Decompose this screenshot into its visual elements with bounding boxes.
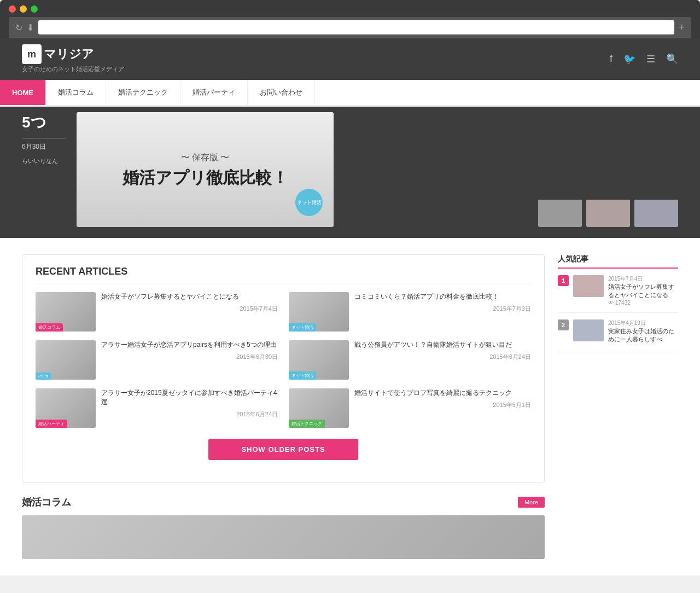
- recent-articles-title: RECENT ARTICLES: [36, 266, 531, 283]
- url-bar[interactable]: [38, 20, 674, 34]
- popular-views: 👁 17432: [608, 300, 678, 306]
- articles-grid: 婚活コラム 婚活女子がソフレ募集するとヤバイことになる 2015年7月4日 ネッ…: [36, 292, 531, 428]
- article-badge-4: ネット婚活: [289, 371, 316, 380]
- article-date: 2015年7月3日: [354, 305, 531, 313]
- article-date: 2015年6月24日: [354, 353, 531, 361]
- site-header: m マリジア 女子のためのネット婚活応援メディア f 🐦 ☰ 🔍: [0, 38, 700, 80]
- article-badge-6: 婚活テクニック: [289, 420, 325, 428]
- popular-thumb-2: [573, 319, 604, 341]
- hero-tag: 5つ: [22, 112, 66, 133]
- nav-item-home[interactable]: HOME: [0, 80, 46, 105]
- sidebar: 人気記事 1 2015年7月4日 婚活女子がソフレ募集するとヤバイことになる 👁…: [558, 254, 678, 559]
- section-preview: [22, 515, 545, 559]
- article-date: 2015年5月1日: [354, 401, 531, 409]
- section-preview-img: [22, 515, 545, 559]
- ad-thumb-3[interactable]: [634, 200, 678, 227]
- nav-item-technique[interactable]: 婚活テクニック: [106, 80, 180, 105]
- article-title: 婚活サイトで使うプロフ写真を綺麗に撮るテクニック: [354, 388, 531, 398]
- browser-chrome: ↻ ⬇ +: [0, 0, 700, 38]
- article-thumb: ネット婚活: [289, 292, 349, 332]
- rss-icon[interactable]: ☰: [646, 53, 655, 65]
- popular-thumb-1: [573, 275, 604, 297]
- article-thumb: 婚活テクニック: [289, 388, 349, 428]
- logo-title: m マリジア: [22, 44, 124, 64]
- article-info: 婚活女子がソフレ募集するとヤバイことになる 2015年7月4日: [101, 292, 278, 313]
- article-item[interactable]: Pairs アラサー婚活女子が恋活アプリpairsを利用すべき5つの理由 201…: [36, 340, 278, 380]
- site-name: マリジア: [44, 46, 94, 62]
- hero-date: 6月30日: [22, 138, 66, 152]
- article-info: コミコミいくら？婚活アプリの料金を徹底比較！ 2015年7月3日: [354, 292, 531, 313]
- twitter-icon[interactable]: 🐦: [623, 53, 635, 65]
- dot-minimize[interactable]: [20, 5, 27, 13]
- logo-letter: m: [27, 49, 36, 60]
- article-info: 婚活サイトで使うプロフ写真を綺麗に撮るテクニック 2015年5月1日: [354, 388, 531, 409]
- content-left: RECENT ARTICLES 婚活コラム 婚活女子がソフレ募集するとヤバイこと…: [22, 254, 545, 559]
- popular-info: 2015年7月4日 婚活女子がソフレ募集するとヤバイことになる 👁 17432: [608, 275, 678, 306]
- logo-icon: m: [22, 44, 42, 64]
- article-thumb: ネット婚活: [289, 340, 349, 380]
- article-title: コミコミいくら？婚活アプリの料金を徹底比較！: [354, 292, 531, 301]
- article-item[interactable]: 婚活コラム 婚活女子がソフレ募集するとヤバイことになる 2015年7月4日: [36, 292, 278, 332]
- facebook-icon[interactable]: f: [610, 53, 612, 65]
- nav-item-column[interactable]: 婚活コラム: [46, 80, 106, 105]
- eye-icon: 👁: [608, 300, 614, 306]
- article-item[interactable]: 婚活テクニック 婚活サイトで使うプロフ写真を綺麗に撮るテクニック 2015年5月…: [289, 388, 531, 428]
- ad-thumb-2[interactable]: [586, 200, 630, 227]
- sidebar-popular: 人気記事 1 2015年7月4日 婚活女子がソフレ募集するとヤバイことになる 👁…: [558, 254, 678, 351]
- article-badge-3: Pairs: [36, 373, 51, 380]
- article-info: アラサー婚活女子が恋活アプリpairsを利用すべき5つの理由 2015年6月30…: [101, 340, 278, 361]
- article-badge-5: 婚活パーティ: [36, 420, 67, 428]
- article-date: 2015年6月24日: [101, 410, 278, 418]
- popular-date: 2015年7月4日: [608, 275, 678, 283]
- article-title: 戦う公務員がアツい！？自衛隊婚活サイトが狙い目だ: [354, 340, 531, 350]
- hero-banner-inner: 〜 保存版 〜 婚活アプリ徹底比較！ ネット婚活: [77, 112, 334, 227]
- konkatsu-section: 婚活コラム More: [22, 496, 545, 559]
- banner-subtitle: 〜 保存版 〜: [181, 152, 230, 164]
- article-item[interactable]: ネット婚活 戦う公務員がアツい！？自衛隊婚活サイトが狙い目だ 2015年6月24…: [289, 340, 531, 380]
- article-title: 婚活女子がソフレ募集するとヤバイことになる: [101, 292, 278, 301]
- banner-title: 婚活アプリ徹底比較！: [122, 168, 288, 188]
- article-info: 戦う公務員がアツい！？自衛隊婚活サイトが狙い目だ 2015年6月24日: [354, 340, 531, 361]
- download-button[interactable]: ⬇: [27, 22, 34, 33]
- article-thumb: 婚活コラム: [36, 292, 96, 332]
- nav-item-party[interactable]: 婚活パーティ: [180, 80, 248, 105]
- hero-ads: [538, 200, 678, 227]
- more-button[interactable]: More: [518, 497, 545, 508]
- views-count: 17432: [615, 300, 631, 306]
- header-icons: f 🐦 ☰ 🔍: [610, 53, 678, 65]
- hero-left: 5つ 6月30日 らいいりなん: [22, 112, 66, 227]
- nav-item-contact[interactable]: お問い合わせ: [248, 80, 315, 105]
- ad-thumb-1[interactable]: [538, 200, 582, 227]
- article-badge-1: 婚活コラム: [36, 323, 63, 332]
- article-date: 2015年6月30日: [101, 353, 278, 361]
- new-tab-button[interactable]: +: [679, 22, 685, 33]
- article-info: アラサー女子が2015夏ゼッタイに参加すべき婚活パーティ4選 2015年6月24…: [101, 388, 278, 418]
- popular-rank-1: 1: [558, 275, 569, 286]
- dot-close[interactable]: [9, 5, 16, 13]
- popular-info: 2015年4月19日 実家住み女子は婚活のために一人暮らしすべ: [608, 319, 678, 344]
- article-date: 2015年7月4日: [101, 305, 278, 313]
- browser-bar: ↻ ⬇ +: [9, 17, 691, 38]
- section-header-row: 婚活コラム More: [22, 496, 545, 509]
- article-thumb: Pairs: [36, 340, 96, 380]
- article-item[interactable]: 婚活パーティ アラサー女子が2015夏ゼッタイに参加すべき婚活パーティ4選 20…: [36, 388, 278, 428]
- reload-button[interactable]: ↻: [15, 22, 22, 33]
- popular-item[interactable]: 2 2015年4月19日 実家住み女子は婚活のために一人暮らしすべ: [558, 319, 678, 351]
- show-older-button[interactable]: SHOW OLDER POSTS: [208, 439, 358, 460]
- section-heading: 婚活コラム: [22, 496, 71, 509]
- search-icon[interactable]: 🔍: [666, 53, 678, 65]
- popular-date: 2015年4月19日: [608, 319, 678, 327]
- recent-articles-section: RECENT ARTICLES 婚活コラム 婚活女子がソフレ募集するとヤバイこと…: [22, 254, 545, 482]
- site-nav: HOME 婚活コラム 婚活テクニック 婚活パーティ お問い合わせ: [0, 80, 700, 107]
- site-wrapper: m マリジア 女子のためのネット婚活応援メディア f 🐦 ☰ 🔍 HOME 婚活…: [0, 38, 700, 575]
- dot-fullscreen[interactable]: [31, 5, 38, 13]
- article-item[interactable]: ネット婚活 コミコミいくら？婚活アプリの料金を徹底比較！ 2015年7月3日: [289, 292, 531, 332]
- logo-area: m マリジア 女子のためのネット婚活応援メディア: [22, 44, 124, 73]
- site-subtitle: 女子のためのネット婚活応援メディア: [22, 65, 124, 73]
- show-older-wrap: SHOW OLDER POSTS: [36, 439, 531, 460]
- hero-text: らいいりなん: [22, 157, 66, 165]
- hero-banner[interactable]: 〜 保存版 〜 婚活アプリ徹底比較！ ネット婚活: [77, 112, 334, 227]
- article-badge-2: ネット婚活: [289, 323, 316, 332]
- popular-title: 婚活女子がソフレ募集するとヤバイことになる: [608, 283, 678, 300]
- popular-item[interactable]: 1 2015年7月4日 婚活女子がソフレ募集するとヤバイことになる 👁 1743…: [558, 275, 678, 313]
